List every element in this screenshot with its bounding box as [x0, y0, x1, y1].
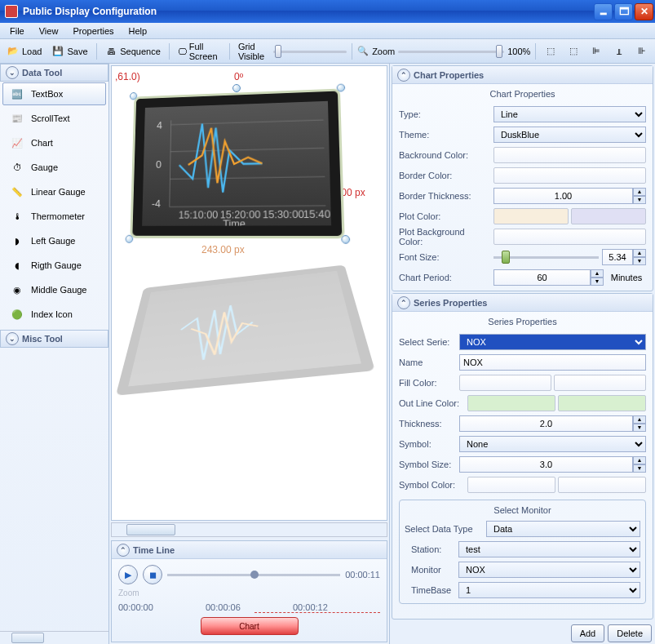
menu-view[interactable]: View	[33, 24, 65, 38]
resize-handle-ne[interactable]	[337, 83, 346, 91]
selectserie-select[interactable]: NOX	[459, 334, 646, 350]
name-label: Name	[399, 358, 456, 367]
tool-gauge[interactable]: ⏱Gauge	[2, 156, 106, 179]
app-icon	[5, 5, 18, 18]
bgcolor-button[interactable]	[493, 147, 646, 163]
outlinecolor-label: Out Line Color:	[399, 398, 464, 408]
fontsize-slider[interactable]	[493, 250, 599, 264]
symbol-select[interactable]: None	[459, 436, 646, 452]
outlinecolor-1[interactable]	[467, 395, 555, 411]
textbox-icon: 🔤	[8, 85, 26, 103]
timeline-chip-chart[interactable]: Chart	[201, 617, 299, 635]
rotate-handle[interactable]	[232, 84, 241, 92]
misc-tool-header[interactable]: ⌄ Misc Tool	[0, 330, 108, 348]
fontsize-spinner[interactable]: ▲▼	[602, 249, 646, 265]
stop-button[interactable]: ◼	[143, 565, 162, 584]
symcolor-2[interactable]	[558, 477, 646, 493]
period-input[interactable]	[493, 269, 591, 286]
zoom-slider[interactable]	[398, 44, 504, 59]
canvas-hscroll[interactable]	[111, 522, 387, 537]
plotcolor-2[interactable]	[571, 208, 646, 224]
design-canvas[interactable]: ,61.0) 0º 175.00 px 243.00 px 4	[111, 65, 387, 521]
maximize-button[interactable]: 🗖	[614, 3, 633, 20]
timebase-select[interactable]: 1	[458, 582, 640, 598]
fontsize-input[interactable]	[602, 249, 633, 265]
tool-chart[interactable]: 📈Chart	[2, 131, 106, 154]
left-hscroll[interactable]	[0, 631, 108, 644]
load-button[interactable]: 📂 Load	[3, 43, 45, 60]
menu-help[interactable]: Help	[122, 24, 154, 38]
borderthick-input[interactable]	[493, 188, 633, 204]
fillcolor-2[interactable]	[554, 375, 646, 391]
add-button[interactable]: Add	[571, 624, 605, 642]
tool-label: Gauge	[31, 162, 58, 172]
data-tool-label: Data Tool	[22, 68, 62, 78]
plotcolor-label: Plot Color:	[399, 211, 490, 221]
timeline-header[interactable]: ⌃ Time Line	[112, 541, 387, 559]
monitor-select[interactable]: NOX	[458, 562, 640, 578]
outlinecolor-2[interactable]	[558, 395, 646, 411]
period-spinner[interactable]: ▲▼	[493, 269, 604, 286]
fillcolor-1[interactable]	[459, 375, 551, 391]
series-props-header[interactable]: ⌃ Series Properties	[392, 294, 653, 312]
tool-scrolltext[interactable]: 📰ScrollText	[2, 107, 106, 130]
thickness-spinner[interactable]: ▲▼	[459, 415, 646, 432]
symsize-input[interactable]	[459, 456, 633, 473]
align-btn-5[interactable]: ⊪	[632, 43, 652, 60]
fillcolor-label: Fill Color:	[399, 378, 456, 388]
tool-right-gauge[interactable]: ◖Rigth Gauge	[2, 254, 106, 277]
datatype-select[interactable]: Data	[486, 521, 640, 537]
tool-left-gauge[interactable]: ◗Left Gauge	[2, 229, 106, 252]
borderthick-spinner[interactable]: ▲▼	[493, 188, 646, 204]
align-btn-2[interactable]: ⬚	[564, 43, 583, 60]
misc-tool-label: Misc Tool	[22, 334, 63, 344]
resize-handle-se[interactable]	[341, 235, 350, 244]
playhead-marker	[254, 612, 380, 614]
close-button[interactable]: ✕	[635, 3, 653, 20]
symcolor-1[interactable]	[467, 477, 555, 493]
timeline-slider[interactable]	[167, 566, 340, 583]
symsize-spinner[interactable]: ▲▼	[459, 456, 646, 473]
station-select[interactable]: test	[458, 541, 640, 557]
menu-properties[interactable]: Properties	[66, 24, 120, 38]
bordercolor-button[interactable]	[493, 167, 646, 184]
tick: 00:00:12	[293, 602, 328, 612]
resize-handle-sw[interactable]	[126, 235, 134, 243]
align-btn-4[interactable]: ⫫	[609, 43, 629, 60]
play-button[interactable]: ▶	[118, 565, 138, 584]
angle-annotation: 0º	[234, 71, 243, 82]
align-btn-3[interactable]: ⊫	[586, 43, 606, 60]
tool-middle-gauge[interactable]: ◉Middle Gauge	[2, 278, 106, 301]
chevron-up-icon: ⌃	[397, 69, 410, 82]
fullscreen-button[interactable]: 🖵 Full Screen	[174, 40, 224, 63]
chart-props-section: Chart Properties	[414, 70, 484, 80]
align-icon: ⬚	[544, 45, 557, 58]
sequence-button[interactable]: 🖷 Sequence	[101, 43, 164, 60]
borderthick-label: Border Thickness:	[399, 191, 490, 201]
menu-file[interactable]: File	[3, 24, 31, 38]
plotcolor-1[interactable]	[493, 208, 569, 224]
tool-linear-gauge[interactable]: 📏Linear Gauge	[2, 180, 106, 203]
timeline-zoom-label: Zoom	[118, 587, 380, 599]
chart-props-header[interactable]: ⌃ Chart Properties	[392, 66, 653, 84]
save-button[interactable]: 💾 Save	[48, 43, 91, 60]
tool-thermometer[interactable]: 🌡Thermometer	[2, 205, 106, 228]
chevron-up-icon: ⌃	[397, 296, 410, 309]
plotbg-button[interactable]	[493, 229, 646, 245]
chart-widget[interactable]: 4 0 -4 15:10:00 15:20:00 15:30:00 15:40:…	[130, 89, 344, 239]
tool-textbox[interactable]: 🔤TextBox	[2, 82, 106, 105]
grid-slider[interactable]	[273, 44, 347, 59]
delete-button[interactable]: Delete	[608, 624, 652, 642]
theme-select[interactable]: DuskBlue	[493, 127, 646, 143]
gridvisible-button[interactable]: Grid Visible	[235, 40, 271, 63]
timeline-panel: ⌃ Time Line ▶ ◼ 00:00:11 Zoom 00:00:00 0…	[111, 540, 387, 642]
tool-index-icon[interactable]: 🟢Index Icon	[2, 303, 106, 326]
ytick: -4	[152, 198, 161, 209]
name-input[interactable]	[459, 354, 646, 371]
minimize-button[interactable]: 🗕	[594, 3, 613, 20]
type-select[interactable]: Line	[493, 106, 646, 122]
align-btn-1[interactable]: ⬚	[541, 43, 560, 60]
symcolor-label: Symbol Color:	[399, 480, 464, 490]
thickness-input[interactable]	[459, 415, 633, 432]
data-tool-header[interactable]: ⌄ Data Tool	[0, 64, 108, 82]
